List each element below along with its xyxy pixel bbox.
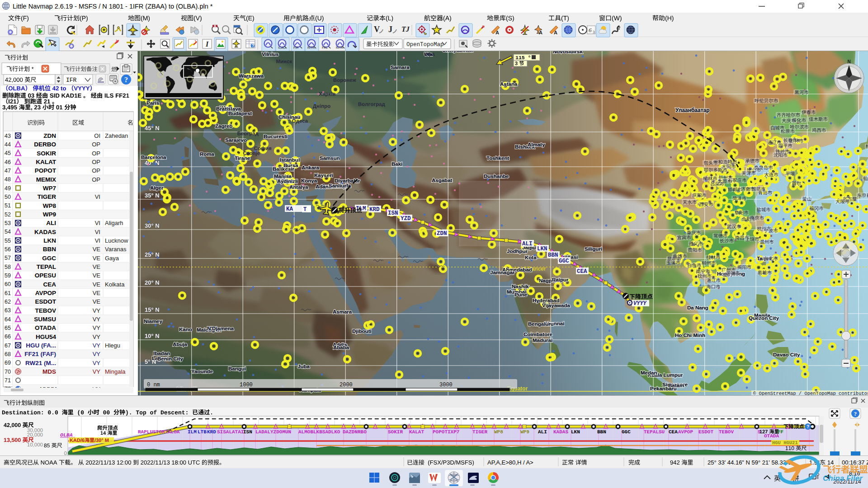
svg-text:KALAT: KALAT: [409, 429, 424, 435]
svg-text:48: 48: [5, 176, 11, 183]
svg-text:Kayseri: Kayseri: [314, 173, 333, 178]
svg-text:TEPAL: TEPAL: [37, 263, 56, 270]
svg-text:OTADA: OTADA: [764, 433, 779, 439]
svg-text:MEMIX: MEMIX: [36, 176, 56, 183]
svg-text:T: T: [303, 206, 307, 213]
svg-text:?: ?: [252, 43, 255, 48]
svg-text:Paris: Paris: [146, 100, 159, 106]
svg-text:OP: OP: [92, 141, 100, 148]
svg-text:N: N: [847, 59, 850, 64]
svg-text:OPESU: OPESU: [35, 272, 56, 279]
svg-text:VI: VI: [95, 220, 100, 226]
svg-text:Konya: Konya: [301, 178, 317, 183]
svg-text:OP: OP: [92, 150, 100, 157]
svg-text:25° 33' 44.16" N 59° 21' 58.33: 25° 33' 44.16" N 59° 21' 58.33"E: [708, 459, 793, 466]
svg-text:OLBA: OLBA: [60, 432, 73, 438]
svg-text:AP,A,E>80,H / A>: AP,A,E>80,H / A>: [487, 459, 533, 466]
svg-text:VE: VE: [93, 272, 101, 279]
svg-text:China Filer: China Filer: [823, 474, 863, 483]
svg-text:2000: 2000: [340, 382, 353, 388]
svg-text:TIGER: TIGER: [472, 429, 487, 435]
svg-text:Yaounde: Yaounde: [191, 369, 213, 374]
svg-text:58: 58: [5, 264, 11, 270]
svg-text:TEBOV: TEBOV: [719, 429, 734, 435]
svg-text:LKN: LKN: [537, 246, 547, 252]
svg-text:ESDOT: ESDOT: [698, 429, 713, 435]
svg-text:6: 6: [589, 27, 592, 33]
svg-text:Quezon City: Quezon City: [749, 315, 779, 321]
svg-text:Vijayawada: Vijayawada: [542, 303, 570, 308]
svg-text:SOKIR: SOKIR: [37, 150, 56, 157]
svg-text:Baki: Baki: [392, 161, 402, 167]
svg-text:KADAS: KADAS: [553, 429, 568, 435]
svg-text:Kano: Kano: [179, 327, 192, 332]
svg-text:Chisinau: Chisinau: [278, 114, 301, 120]
svg-text:Zagreb: Zagreb: [215, 123, 232, 129]
svg-text:Manisa: Manisa: [274, 174, 292, 179]
svg-text:ILM: ILM: [188, 429, 197, 435]
svg-text:KRD: KRD: [369, 206, 380, 213]
svg-text:Madurai: Madurai: [533, 338, 552, 343]
svg-text:ALI: ALI: [522, 241, 533, 247]
svg-text:A: A: [554, 30, 557, 35]
svg-text:WP8: WP8: [494, 429, 503, 435]
svg-text:ALI: ALI: [46, 220, 56, 226]
svg-text:SISALATAI: SISALATAI: [217, 429, 244, 435]
svg-text:VY: VY: [93, 333, 101, 340]
svg-text:ISN: ISN: [243, 429, 252, 435]
svg-text:Toshkent: Toshkent: [486, 155, 509, 161]
svg-text:10,000: 10,000: [27, 442, 43, 447]
svg-text:3: 3: [593, 30, 595, 34]
svg-text:50: 50: [5, 194, 11, 200]
svg-text:Kolkata: Kolkata: [105, 281, 125, 288]
svg-text:KALAT: KALAT: [36, 159, 56, 165]
svg-text:?: ?: [854, 410, 857, 417]
svg-text:OP: OP: [92, 167, 100, 174]
svg-text:VE: VE: [93, 246, 101, 253]
svg-text:Lucknow: Lucknow: [105, 237, 128, 244]
svg-text:ISN: ISN: [388, 210, 398, 216]
svg-text:GGC: GGC: [42, 255, 56, 262]
svg-text:FIR: FIR: [293, 46, 298, 49]
svg-text:54: 54: [5, 229, 11, 235]
svg-text:SOKIR: SOKIR: [388, 429, 403, 435]
svg-text:51: 51: [5, 202, 11, 209]
svg-text:RAPLUSTOMTALOA: RAPLUSTOMTALOA: [138, 429, 180, 435]
svg-text:TEPALSU: TEPALSU: [644, 429, 665, 435]
svg-text:55: 55: [5, 238, 11, 244]
svg-text:OpenTopoMap: OpenTopoMap: [406, 42, 444, 48]
svg-text:TJ: TJ: [401, 25, 410, 33]
svg-text:VY: VY: [93, 324, 101, 331]
svg-text:53: 53: [5, 220, 11, 226]
svg-text:Zahedan: Zahedan: [105, 132, 128, 139]
svg-text:DAZDNRBO: DAZDNRBO: [343, 429, 367, 435]
svg-text:Asgabat: Asgabat: [432, 178, 453, 183]
svg-text:VE: VE: [93, 263, 101, 270]
svg-text:POPOT: POPOT: [35, 167, 57, 174]
svg-text:LKN: LKN: [43, 237, 56, 244]
svg-text:Davao City: Davao City: [773, 352, 800, 357]
svg-text:115 °: 115 °: [515, 55, 531, 61]
svg-text:POPOTIXP7: POPOTIXP7: [433, 429, 459, 435]
svg-text:KA: KA: [286, 206, 293, 212]
svg-text:47: 47: [5, 168, 11, 174]
svg-text:VI: VI: [95, 237, 100, 244]
svg-text:BBN: BBN: [548, 252, 558, 258]
svg-text:V: V: [374, 25, 380, 34]
svg-text:49: 49: [5, 185, 11, 192]
svg-text:S: S: [758, 429, 761, 435]
svg-text:IFR: IFR: [66, 77, 77, 84]
svg-text:Warszawa: Warszawa: [239, 73, 264, 79]
svg-text:Bengaluru: Bengaluru: [528, 321, 554, 327]
svg-text:CEA: CEA: [43, 281, 56, 288]
svg-text:00:16:37 Z: 00:16:37 Z: [842, 459, 868, 466]
svg-text:RITR: RITR: [336, 46, 343, 49]
svg-text:Antalya: Antalya: [289, 184, 308, 190]
svg-text:69: 69: [5, 360, 11, 366]
svg-text:Pekanbaru: Pekanbaru: [650, 386, 677, 391]
svg-text:70: 70: [5, 369, 11, 375]
svg-text:Abuja: Abuja: [173, 342, 188, 347]
svg-text:Aligarh: Aligarh: [105, 220, 123, 226]
svg-text:0 nm: 0 nm: [147, 382, 160, 388]
svg-text:68: 68: [5, 351, 11, 357]
